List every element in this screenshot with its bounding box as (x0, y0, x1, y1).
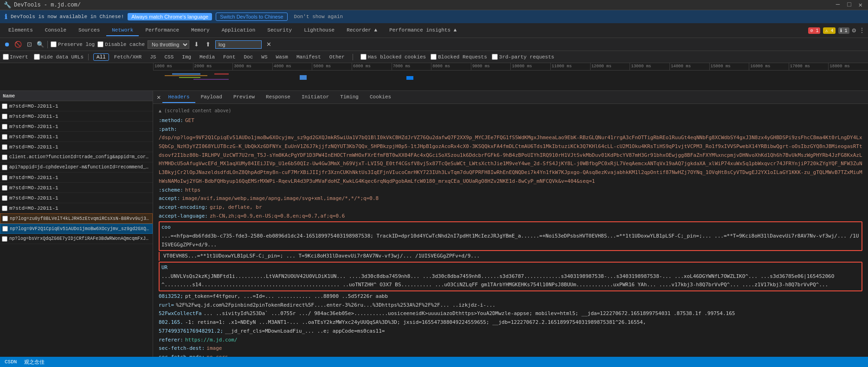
request-checkbox-12[interactable] (2, 226, 8, 232)
tab-perf-insights[interactable]: Performance insights ▲ (384, 25, 462, 36)
third-party-checkbox[interactable] (492, 54, 498, 60)
request-item-3[interactable]: m?std=MO-J2011-1 (0, 132, 153, 142)
request-item-12[interactable]: np?log=9VF2Q1CpiqEv51AUDo1jmoBw6XOcyjmv_… (0, 224, 153, 234)
tab-memory[interactable]: Memory (186, 25, 215, 36)
more-icon[interactable]: ⋮ (859, 26, 865, 34)
hide-data-urls-checkbox[interactable] (34, 54, 40, 60)
blocked-cookies-label[interactable]: Has blocked cookies (360, 54, 426, 60)
tab-network[interactable]: Network (106, 25, 139, 36)
detail-tab-timing[interactable]: Timing (334, 92, 364, 103)
timeline-mark-17: 17000 ms (789, 63, 829, 70)
left-panel: Name m?std=MO-J2011-1 m?std=MO-J2011-1 m… (0, 91, 153, 357)
request-checkbox-8[interactable] (2, 185, 7, 191)
dont-show-link[interactable]: Don't show again (294, 14, 343, 19)
filter-manifest[interactable]: Manifest (293, 53, 324, 61)
request-item-1[interactable]: m?std=MO-J2011-1 (0, 111, 153, 122)
match-language-button[interactable]: Always match Chrome's language (128, 13, 212, 20)
header-method: :method: GET (159, 116, 862, 125)
detail-tab-headers[interactable]: Headers (162, 92, 195, 103)
request-checkbox-3[interactable] (2, 134, 7, 140)
tab-recorder[interactable]: Recorder ▲ (341, 25, 383, 36)
tab-security[interactable]: Security (262, 25, 297, 36)
invert-label[interactable]: Invert (3, 54, 28, 60)
request-list[interactable]: m?std=MO-J2011-1 m?std=MO-J2011-1 m?std=… (0, 101, 153, 357)
request-item-8[interactable]: m?std=MO-J2011-1 (0, 183, 153, 193)
import-button[interactable]: ⬇ (192, 40, 201, 49)
request-checkbox-9[interactable] (2, 195, 7, 201)
detail-tab-cookies[interactable]: Cookies (364, 92, 397, 103)
request-item-6[interactable]: api?appid=jd-cphdeveloper-m&functionId=r… (0, 162, 153, 173)
request-item-10[interactable]: m?std=MO-J2011-1 (0, 203, 153, 213)
search-input[interactable] (215, 40, 262, 49)
request-item-0[interactable]: m?std=MO-J2011-1 (0, 101, 153, 111)
blocked-cookies-checkbox[interactable] (360, 54, 366, 60)
settings-icon[interactable]: ⚙ (852, 26, 856, 34)
request-item-11[interactable]: np?log=zu0yf8BLVelT4kLJRH5zEtvqmiRCsXsN-… (0, 213, 153, 224)
tab-elements[interactable]: Elements (3, 25, 39, 36)
tab-lighthouse[interactable]: Lighthouse (298, 25, 340, 36)
third-party-label[interactable]: 3rd-party requests (492, 54, 554, 60)
request-checkbox-13[interactable] (2, 236, 7, 242)
minimize-btn[interactable]: ─ (836, 1, 840, 9)
maximize-btn[interactable]: □ (847, 1, 851, 9)
header-val-scheme: https (185, 186, 200, 195)
tab-performance[interactable]: Performance (140, 25, 185, 36)
preserve-log-checkbox[interactable] (51, 41, 57, 47)
filter-ws[interactable]: WS (258, 53, 270, 61)
detail-close-button[interactable]: ✕ (157, 93, 161, 101)
request-item-2[interactable]: m?std=MO-J2011-1 (0, 122, 153, 132)
request-item-7[interactable]: m?std=MO-J2011-1 (0, 173, 153, 183)
detail-tab-initiator[interactable]: Initiator (296, 92, 334, 103)
request-checkbox-6[interactable] (2, 165, 7, 170)
tab-application[interactable]: Application (216, 25, 261, 36)
invert-checkbox[interactable] (3, 54, 9, 60)
filter-css[interactable]: CSS (161, 53, 177, 61)
clear-button[interactable]: 🚫 (14, 40, 22, 49)
filter-other[interactable]: Other (326, 53, 348, 61)
hide-data-urls-label[interactable]: Hide data URLs (34, 54, 84, 60)
request-checkbox-4[interactable] (2, 144, 7, 150)
request-checkbox-2[interactable] (2, 124, 7, 129)
request-checkbox-10[interactable] (2, 206, 7, 211)
disable-cache-checkbox[interactable] (97, 41, 103, 47)
export-button[interactable]: ⬆ (204, 40, 212, 49)
request-item-4[interactable]: m?std=MO-J2011-1 (0, 142, 153, 152)
detail-tab-payload[interactable]: Payload (195, 92, 228, 103)
filter-font[interactable]: Font (220, 53, 238, 61)
switch-language-button[interactable]: Switch DevTools to Chinese (216, 13, 287, 21)
timeline[interactable]: 1000 ms 2000 ms 3000 ms 4000 ms 5000 ms … (0, 63, 868, 91)
tab-sources[interactable]: Sources (73, 25, 105, 36)
request-checkbox-7[interactable] (2, 175, 7, 180)
filter-js[interactable]: JS (147, 53, 159, 61)
detail-content[interactable]: ▲ (scrolled content above) :method: GET … (153, 104, 868, 357)
filter-button[interactable]: ⊡ (25, 40, 33, 49)
search-button[interactable]: 🔍 (36, 40, 45, 49)
request-item-13[interactable]: np?log=bsVrxQdqZG6E7yIDjCRfiRAFe3BdWRWon… (0, 234, 153, 244)
tab-console[interactable]: Console (39, 25, 72, 36)
preserve-log-label[interactable]: Preserve log (51, 41, 95, 47)
filter-doc[interactable]: Doc (241, 53, 257, 61)
title-text: DevTools - m.jd.com/ (14, 2, 81, 8)
request-item-5[interactable]: client.action?functionId=trade_config&ap… (0, 152, 153, 162)
request-item-9[interactable]: m?std=MO-J2011-1 (0, 193, 153, 203)
blocked-requests-checkbox[interactable] (431, 54, 437, 60)
disable-cache-label[interactable]: Disable cache (97, 41, 145, 47)
record-button[interactable]: ⏺ (3, 40, 11, 49)
filter-img[interactable]: Img (179, 53, 194, 61)
close-btn[interactable]: ✕ (859, 1, 862, 9)
filter-media[interactable]: Media (196, 53, 218, 61)
timeline-bar-5 (193, 79, 229, 80)
request-checkbox-11[interactable] (2, 216, 8, 221)
timeline-mark-14: 14000 ms (669, 63, 709, 70)
filter-fetch[interactable]: Fetch/XHR (111, 53, 145, 61)
request-checkbox-0[interactable] (2, 103, 7, 109)
request-checkbox-1[interactable] (2, 114, 7, 119)
filter-wasm[interactable]: Wasm (273, 53, 291, 61)
blocked-requests-label[interactable]: Blocked Requests (431, 54, 487, 60)
clear-search-button[interactable]: ✕ (264, 40, 273, 49)
throttle-select[interactable]: No throttling (148, 40, 189, 49)
request-checkbox-5[interactable] (2, 155, 7, 160)
detail-tab-preview[interactable]: Preview (228, 92, 260, 103)
detail-tab-response[interactable]: Response (260, 92, 296, 103)
filter-all[interactable]: All (93, 53, 109, 61)
